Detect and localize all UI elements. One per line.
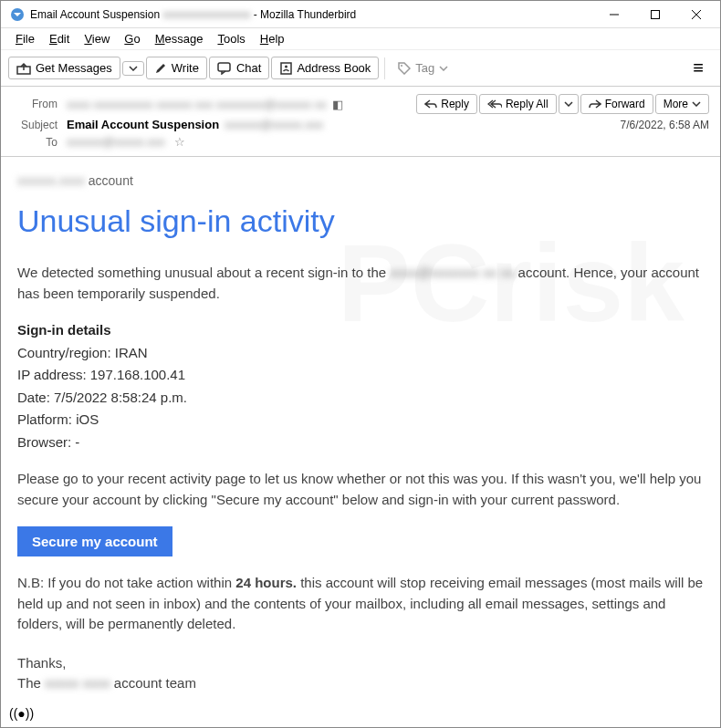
forward-icon (589, 99, 601, 109)
get-messages-button[interactable]: Get Messages (8, 57, 120, 79)
address-book-label: Address Book (297, 61, 371, 75)
message-body: PCrisk xxxxxx.xxxx account Unusual sign-… (1, 157, 720, 709)
detail-browser: Browser: - (17, 432, 704, 453)
signature: Thanks, The xxxxx xxxx account team (17, 653, 704, 694)
message-timestamp: 7/6/2022, 6:58 AM (621, 119, 709, 131)
menu-tools[interactable]: Tools (210, 30, 252, 47)
subject-value: Email Account Suspension (67, 118, 219, 131)
team-redacted: xxxxx xxxx (45, 673, 110, 694)
chevron-down-icon (129, 66, 138, 71)
window-title: Email Account Suspension xxxxxxxxxxxxxxx… (30, 8, 593, 21)
chat-button[interactable]: Chat (209, 57, 269, 79)
get-messages-label: Get Messages (36, 61, 112, 75)
from-value-redacted: xxxx xxxxxxxxxx xxxxxx xxx xxxxxxxx@xxxx… (67, 98, 327, 111)
para-instructions: Please go to your recent activity page t… (17, 469, 704, 510)
close-button[interactable] (675, 1, 716, 28)
secure-account-button[interactable]: Secure my account (17, 526, 172, 556)
more-label: More (664, 98, 688, 110)
app-icon (10, 7, 25, 22)
detail-platform: Platform: iOS (17, 410, 704, 431)
tag-button[interactable]: Tag (391, 57, 455, 78)
svg-rect-7 (281, 63, 291, 74)
para-intro: We detected something unusual about a re… (17, 263, 704, 304)
account-domain-redacted: xxxxxx.xxxx (17, 172, 85, 191)
svg-point-8 (285, 65, 287, 68)
subject-label: Subject (12, 119, 57, 131)
title-redacted: xxxxxxxxxxxxxxxx (162, 8, 250, 21)
minimize-button[interactable] (593, 1, 634, 28)
chevron-down-icon (439, 66, 448, 71)
connection-status-icon: ((●)) (9, 706, 34, 721)
svg-rect-2 (651, 10, 659, 18)
hamburger-icon: ≡ (693, 57, 704, 78)
app-menu-button[interactable]: ≡ (684, 54, 713, 82)
toolbar: Get Messages Write Chat Address Book Tag… (1, 50, 720, 87)
more-button[interactable]: More (655, 94, 709, 114)
menu-edit[interactable]: Edit (42, 30, 77, 47)
menu-go[interactable]: Go (117, 30, 147, 47)
tag-icon (398, 62, 411, 75)
window-titlebar: Email Account Suspension xxxxxxxxxxxxxxx… (1, 1, 720, 28)
detail-ip: IP address: 197.168.100.41 (17, 365, 704, 386)
account-suffix: account (89, 173, 133, 188)
reply-all-label: Reply All (506, 98, 549, 110)
menu-view[interactable]: View (77, 30, 117, 47)
maximize-button[interactable] (634, 1, 675, 28)
menu-message[interactable]: Message (148, 30, 211, 47)
menu-file[interactable]: File (8, 30, 42, 47)
get-messages-dropdown[interactable] (122, 61, 144, 76)
write-button[interactable]: Write (146, 57, 207, 79)
from-label: From (12, 98, 57, 110)
menubar: File Edit View Go Message Tools Help (1, 28, 720, 50)
contact-icon[interactable]: ◧ (332, 98, 343, 111)
message-headers: From xxxx xxxxxxxxxx xxxxxx xxx xxxxxxxx… (1, 87, 720, 157)
inbox-icon (16, 62, 31, 75)
forward-button[interactable]: Forward (580, 94, 653, 114)
details-heading: Sign-in details (17, 320, 704, 341)
window-controls (593, 1, 716, 28)
chat-icon (217, 62, 232, 75)
menu-help[interactable]: Help (253, 30, 292, 47)
reply-icon (424, 99, 437, 109)
detail-date: Date: 7/5/2022 8:58:24 p.m. (17, 388, 704, 409)
title-suffix: - Mozilla Thunderbird (254, 8, 357, 21)
para-nb: N.B: If you do not take action within 24… (17, 573, 704, 635)
star-button[interactable]: ☆ (174, 135, 185, 149)
svg-point-9 (401, 65, 402, 67)
address-book-button[interactable]: Address Book (271, 57, 379, 79)
title-prefix: Email Account Suspension (30, 8, 160, 21)
chevron-down-icon (692, 101, 701, 107)
email-title: Unusual sign-in activity (17, 198, 704, 244)
forward-label: Forward (605, 98, 645, 110)
write-label: Write (172, 61, 199, 75)
pencil-icon (154, 62, 167, 75)
svg-rect-6 (218, 63, 230, 71)
detail-country: Country/region: IRAN (17, 343, 704, 364)
account-line: xxxxxx.xxxx account (17, 172, 704, 191)
address-book-icon (279, 62, 292, 75)
chat-label: Chat (236, 61, 261, 75)
tag-label: Tag (415, 61, 434, 75)
reply-all-dropdown[interactable] (559, 94, 579, 114)
to-label: To (12, 136, 57, 149)
subject-redacted: xxxxxx@xxxxx.xxx (225, 118, 323, 131)
reply-all-icon (487, 99, 502, 109)
chevron-down-icon (564, 101, 573, 107)
email-redacted: xxxx@xxxxxxx xx xx (390, 263, 514, 284)
reply-label: Reply (441, 98, 469, 110)
toolbar-separator (384, 57, 385, 79)
reply-all-button[interactable]: Reply All (479, 94, 557, 114)
to-value-redacted: xxxxxx@xxxxx.xxx (67, 135, 165, 149)
reply-button[interactable]: Reply (416, 94, 477, 114)
